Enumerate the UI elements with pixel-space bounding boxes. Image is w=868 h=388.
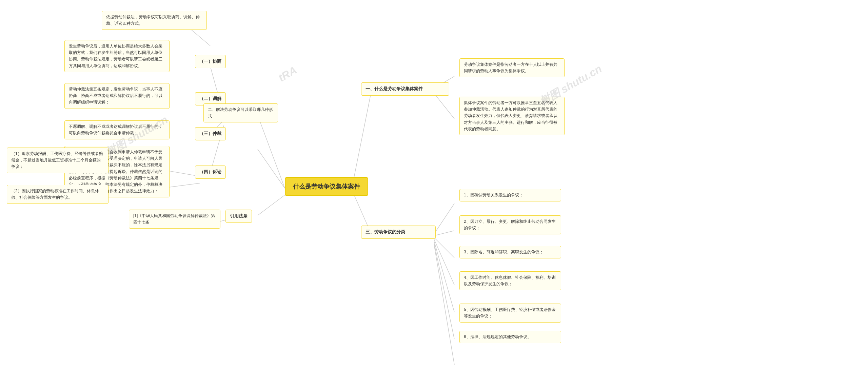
svg-line-19 (434, 244, 454, 365)
svg-line-18 (434, 242, 454, 339)
class-item-5: 5、因劳动报酬、工伤医疗费、经济补偿或者赔偿金等发生的争议； (459, 304, 561, 323)
svg-line-14 (434, 231, 454, 236)
svg-line-15 (434, 237, 454, 258)
citation-detail: [1]《中华人民共和国劳动争议调解仲裁法》第四十七条 (129, 210, 220, 229)
svg-line-12 (434, 93, 454, 119)
condition-2: （2）因执行国家的劳动标准在工作时间、休息休假、社会保险等方面发生的争议。 (7, 185, 108, 204)
class-item-2: 2、因订立、履行、变更、解除和终止劳动合同发生的争议； (459, 215, 561, 234)
svg-line-17 (434, 241, 454, 312)
collective-case-def: 劳动争议集体案件是指劳动者一方在十人以上并有共同请求的劳动人事争议为集体争议。 (459, 58, 565, 77)
svg-line-7 (258, 195, 285, 215)
svg-line-6 (188, 27, 210, 46)
branch-collective-case: 一、什么是劳动争议集体案件 (361, 82, 449, 96)
svg-line-1 (258, 149, 285, 188)
branch-xie-shang: （一）协商 (195, 55, 226, 68)
svg-line-0 (258, 115, 285, 188)
condition-1: （1）追索劳动报酬、工伤医疗费、经济补偿或者赔偿金，不超过当地月最低工资标准十二… (7, 148, 108, 173)
class-item-4: 4、因工作时间、休息休假、社会保险、福利、培训以及劳动保护发生的争议； (459, 271, 561, 290)
citation-main: 引用法条 (225, 210, 252, 223)
class-item-3: 3、因除名、辞退和辞职、离职发生的争议； (459, 246, 561, 258)
svg-line-16 (434, 239, 454, 285)
branch-zhong-cai: （三）仲裁 (195, 127, 226, 140)
watermark-2: tRA (276, 64, 299, 84)
xie-shang-detail: 发生劳动争议后，通用人单位协商是绝大多数人会采取的方式，我们在发生纠纷后，当然可… (64, 40, 170, 72)
central-node: 什么是劳动争议集体案件 (285, 177, 368, 196)
top-detail-node: 依据劳动仲裁法，劳动争议可以采取协商、调解、仲裁、诉讼四种方式。 (102, 11, 207, 30)
collective-case-rep: 集体争议案件的劳动者一方可以推举三至五名代表人参加仲裁活动。代表人参加仲裁的行为… (459, 97, 565, 135)
branch-dispute-types: 三、劳动争议的分类 (361, 226, 436, 239)
tiao-jie-detail: 劳动仲裁法第五条规定，发生劳动争议，当事人不愿协商、协商不成或者达成和解协议后不… (64, 83, 170, 109)
svg-line-13 (434, 203, 454, 234)
branch-su-song: （四）诉讼 (195, 166, 226, 179)
zhong-cai-detail: 不愿调解、调解不成或者达成调解协议后不履行的，可以向劳动争议仲裁委员会申请仲裁； (64, 120, 170, 139)
svg-line-9 (353, 92, 371, 184)
branch-resolve-forms: 二、解决劳动争议可以采取哪几种形式 (203, 103, 278, 122)
mindmap-container: 树图 shutu.cn tRA 树图 shutu.cn 什么是劳动争议集体案件 … (0, 0, 868, 388)
class-item-1: 1、因确认劳动关系发生的争议； (459, 189, 561, 201)
class-item-6: 6、法律、法规规定的其他劳动争议。 (459, 331, 561, 343)
